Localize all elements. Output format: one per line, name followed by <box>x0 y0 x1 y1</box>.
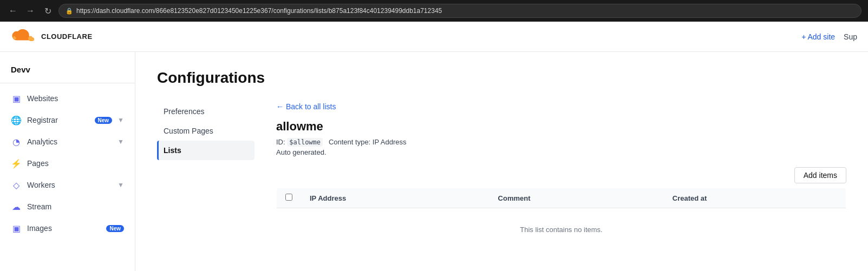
content-area: Devv ▣ Websites 🌐 Registrar New ▼ ◔ Anal… <box>0 52 868 271</box>
cf-cloud-icon <box>11 29 37 44</box>
sidebar-item-pages[interactable]: ⚡ Pages <box>0 153 135 174</box>
table-empty-row: This list contains no items. <box>277 208 846 252</box>
app-container: CLOUDFLARE + Add site Sup Devv ▣ Website… <box>0 22 868 271</box>
app-header: CLOUDFLARE + Add site Sup <box>0 22 868 52</box>
analytics-arrow-icon: ▼ <box>118 138 124 146</box>
sidebar-label-workers: Workers <box>27 181 112 189</box>
nav-item-custom-pages[interactable]: Custom Pages <box>157 121 254 141</box>
stream-icon: ☁ <box>11 201 22 212</box>
sidebar: Devv ▣ Websites 🌐 Registrar New ▼ ◔ Anal… <box>0 52 135 271</box>
page-title: Configurations <box>157 69 846 87</box>
back-to-all-lists-button[interactable]: ← Back to all lists <box>276 102 336 111</box>
select-all-checkbox[interactable] <box>285 194 292 201</box>
id-label: ID: <box>276 138 285 146</box>
workers-arrow-icon: ▼ <box>118 181 124 189</box>
content-type-value: IP Address <box>373 138 407 146</box>
browser-chrome: ← → ↻ 🔒 https://dash.cloudflare.com/866e… <box>0 0 868 22</box>
registrar-arrow-icon: ▼ <box>118 116 124 124</box>
cf-wordmark: CLOUDFLARE <box>41 32 93 41</box>
back-button[interactable]: ← <box>6 4 19 17</box>
list-id-value: $allowme <box>287 138 323 147</box>
pages-icon: ⚡ <box>11 158 22 169</box>
refresh-button[interactable]: ↻ <box>41 4 54 17</box>
add-items-row: Add items <box>276 167 846 183</box>
sidebar-label-registrar: Registrar <box>27 116 89 124</box>
table-header-row: IP Address Comment Created at <box>277 188 846 208</box>
sidebar-label-websites: Websites <box>27 94 124 103</box>
workers-icon: ◇ <box>11 180 22 190</box>
table-header-created-at: Created at <box>664 188 846 208</box>
items-table: IP Address Comment Created at This list … <box>276 188 846 252</box>
images-badge: New <box>106 225 124 232</box>
nav-item-lists[interactable]: Lists <box>157 141 254 160</box>
analytics-icon: ◔ <box>11 136 22 147</box>
sidebar-label-analytics: Analytics <box>27 137 112 146</box>
url-bar[interactable]: 🔒 https://dash.cloudflare.com/866e812352… <box>58 4 862 18</box>
list-meta: ID: $allowme Content type: IP Address <box>276 138 846 146</box>
sidebar-item-analytics[interactable]: ◔ Analytics ▼ <box>0 131 135 153</box>
cloudflare-logo: CLOUDFLARE <box>11 29 93 44</box>
table-header-checkbox <box>277 188 302 208</box>
config-content: ← Back to all lists allowme ID: $allowme… <box>276 102 846 252</box>
main-content: Configurations Preferences Custom Pages … <box>135 52 868 271</box>
list-auto-generated: Auto generated. <box>276 148 846 156</box>
content-type-label: Content type: <box>329 138 370 146</box>
config-nav: Preferences Custom Pages Lists <box>157 102 254 252</box>
sidebar-label-images: Images <box>27 224 101 233</box>
images-icon: ▣ <box>11 223 22 234</box>
sidebar-item-workers[interactable]: ◇ Workers ▼ <box>0 174 135 196</box>
sidebar-item-websites[interactable]: ▣ Websites <box>0 88 135 109</box>
table-header-ip-address: IP Address <box>301 188 490 208</box>
registrar-badge: New <box>95 117 113 124</box>
support-link[interactable]: Sup <box>844 32 857 41</box>
table-header: IP Address Comment Created at <box>277 188 846 208</box>
table-body: This list contains no items. <box>277 208 846 252</box>
sidebar-item-stream[interactable]: ☁ Stream <box>0 196 135 217</box>
registrar-icon: 🌐 <box>11 115 22 125</box>
lock-icon: 🔒 <box>66 8 73 15</box>
websites-icon: ▣ <box>11 93 22 104</box>
config-layout: Preferences Custom Pages Lists ← Back to… <box>157 102 846 252</box>
header-actions: + Add site Sup <box>801 32 857 41</box>
forward-button[interactable]: → <box>24 4 37 17</box>
sidebar-label-pages: Pages <box>27 159 124 168</box>
sidebar-label-stream: Stream <box>27 202 124 211</box>
table-header-comment: Comment <box>490 188 664 208</box>
sidebar-account-name: Devv <box>0 61 135 83</box>
add-items-button[interactable]: Add items <box>794 167 846 183</box>
add-site-button[interactable]: + Add site <box>801 32 835 41</box>
sidebar-item-images[interactable]: ▣ Images New <box>0 217 135 239</box>
list-name: allowme <box>276 120 846 134</box>
sidebar-item-registrar[interactable]: 🌐 Registrar New ▼ <box>0 109 135 131</box>
empty-message: This list contains no items. <box>277 208 846 252</box>
url-text: https://dash.cloudflare.com/866e8123520e… <box>76 7 442 15</box>
nav-item-preferences[interactable]: Preferences <box>157 102 254 121</box>
